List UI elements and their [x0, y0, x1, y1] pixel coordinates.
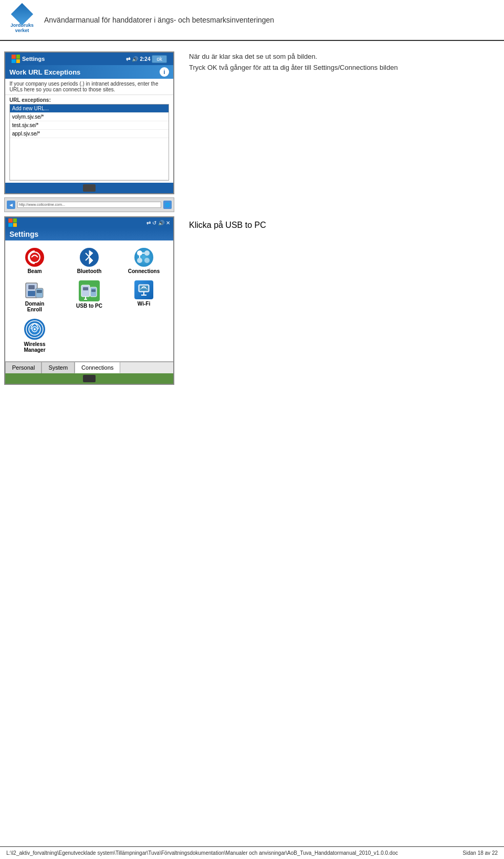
domain-icon — [25, 280, 44, 299]
info-button[interactable]: i — [160, 67, 169, 77]
transfer-icon2: ⇄ — [146, 220, 151, 226]
browser-url-bar: http://www.collconline.com... — [17, 202, 161, 208]
instruction-block-1: När du är klar ska det se ut som på bild… — [189, 51, 494, 74]
clock: 2:24 — [140, 56, 150, 62]
beam-svg — [28, 251, 41, 264]
click-instruction-text: Klicka på USB to PC — [189, 221, 494, 230]
url-list-empty — [10, 138, 169, 180]
screen2-winlogo — [8, 218, 17, 227]
page-footer: L:\l2_aktiv_forvaltning\Egenutvecklade s… — [0, 846, 504, 859]
page-header: Jordbruksverket Användarmanual för handd… — [0, 0, 504, 41]
header-title: Användarmanual för handdatorer i ängs- o… — [44, 16, 274, 24]
instruction-text-1: När du är klar ska det se ut som på bild… — [189, 51, 494, 62]
ok-button[interactable]: ok — [152, 55, 167, 63]
url-item-test[interactable]: test.sjv.se/* — [10, 121, 169, 130]
screen1-statusbar: Settings ⇄ 🔊 2:24 ok — [8, 54, 170, 64]
windows-logo: Settings — [12, 55, 45, 63]
screen2-status-icons: ⇄ ↺ 🔊 ✕ — [146, 220, 170, 226]
icons-grid: Beam Bluetooth — [5, 240, 173, 360]
domain-svg — [25, 280, 44, 299]
wireless-svg — [26, 320, 44, 338]
transfer-icon: ⇄ — [126, 56, 130, 62]
beam-icon-item[interactable]: Beam — [7, 245, 62, 277]
svg-rect-15 — [91, 289, 96, 292]
bluetooth-icon-item[interactable]: Bluetooth — [62, 245, 117, 277]
instruction-block-2: Klicka på USB to PC — [189, 221, 494, 230]
refresh-icon: ↺ — [152, 220, 156, 226]
tab-system[interactable]: System — [41, 362, 75, 373]
svg-point-0 — [29, 252, 40, 263]
url-item-appl[interactable]: appl.sjv.se/* — [10, 130, 169, 138]
tab-spacer — [120, 362, 173, 373]
svg-point-3 — [137, 258, 142, 263]
usb-icon-item[interactable]: USB to PC — [62, 277, 117, 316]
bluetooth-label: Bluetooth — [77, 268, 102, 274]
volume-icon: 🔊 — [132, 56, 138, 62]
screen1-page-title: Work URL Exceptions i — [5, 65, 173, 79]
status-icons: ⇄ 🔊 2:24 ok — [126, 55, 167, 63]
screen2-title: Settings — [5, 228, 173, 240]
browser-icon: 🌐 — [163, 201, 172, 209]
green-bottom-bar — [5, 373, 173, 384]
usb-label: USB to PC — [76, 303, 102, 309]
left-column: Settings ⇄ 🔊 2:24 ok Work URL Exceptions… — [0, 46, 178, 393]
footer-path: L:\l2_aktiv_forvaltning\Egenutvecklade s… — [6, 850, 398, 856]
svg-point-1 — [137, 250, 142, 256]
close-icon[interactable]: ✕ — [166, 220, 170, 226]
usb-svg — [80, 282, 98, 300]
url-exceptions-label: URL exceptions: — [5, 95, 173, 104]
screen1-description: If your company uses periods (.) in intr… — [5, 79, 173, 95]
screen2-device: ⇄ ↺ 🔊 ✕ Settings — [4, 216, 174, 385]
svg-rect-17 — [84, 299, 87, 300]
connections-label: Connections — [128, 268, 160, 274]
svg-point-25 — [34, 328, 36, 330]
url-item-add[interactable]: Add new URL... — [10, 104, 169, 113]
svg-rect-11 — [37, 290, 42, 293]
bluetooth-svg — [83, 249, 95, 265]
connections-svg — [135, 249, 152, 266]
browser-thumbnail: ◀ http://www.collconline.com... 🌐 — [4, 197, 174, 212]
wifi-icon — [134, 280, 153, 299]
wifi-svg — [136, 282, 151, 297]
footer-page: Sidan 18 av 22 — [463, 850, 498, 856]
screen1-device: Settings ⇄ 🔊 2:24 ok Work URL Exceptions… — [4, 51, 174, 194]
connections-icon-item[interactable]: Connections — [117, 245, 171, 277]
domain-label: DomainEnroll — [25, 301, 45, 312]
browser-back-icon: ◀ — [7, 201, 15, 209]
domain-icon-item[interactable]: DomainEnroll — [7, 277, 62, 316]
tabs-bar: Personal System Connections — [5, 361, 173, 373]
svg-point-2 — [144, 250, 150, 256]
keyboard-icon — [83, 184, 96, 192]
svg-rect-13 — [83, 287, 88, 290]
instruction-text-2: Tryck OK två gånger för att ta dig åter … — [189, 62, 494, 74]
svg-rect-8 — [28, 285, 35, 289]
connections-icon — [134, 248, 153, 267]
bluetooth-icon — [80, 248, 99, 267]
beam-label: Beam — [27, 268, 41, 274]
tab-connections[interactable]: Connections — [75, 362, 120, 373]
wireless-icon-item[interactable]: WirelessManager — [7, 316, 62, 356]
wireless-icon — [24, 319, 45, 340]
url-list: Add new URL... volym.sjv.se/* test.sjv.s… — [9, 104, 169, 181]
keyboard-bar — [5, 183, 173, 193]
tab-personal[interactable]: Personal — [5, 362, 41, 373]
wifi-icon-item[interactable]: Wi-Fi — [117, 277, 171, 316]
beam-icon — [25, 248, 44, 267]
usb-bg — [79, 280, 100, 301]
win-logo-icon — [12, 55, 20, 63]
main-content: Settings ⇄ 🔊 2:24 ok Work URL Exceptions… — [0, 41, 504, 399]
right-column: När du är klar ska det se ut som på bild… — [178, 46, 504, 393]
logo: Jordbruksverket — [6, 4, 38, 36]
svg-rect-12 — [81, 285, 90, 297]
screen2-win-logo-icon — [8, 218, 17, 227]
url-item-volym[interactable]: volym.sjv.se/* — [10, 113, 169, 121]
svg-point-4 — [144, 258, 150, 263]
wireless-label: WirelessManager — [24, 341, 45, 353]
keyboard-icon2 — [83, 375, 96, 382]
logo-diamond — [11, 3, 33, 25]
screen1-titlebar: Settings ⇄ 🔊 2:24 ok — [5, 53, 173, 65]
settings-label: Settings — [22, 56, 45, 62]
svg-rect-9 — [28, 291, 35, 296]
volume-icon2: 🔊 — [158, 220, 164, 226]
screen2-statusbar: ⇄ ↺ 🔊 ✕ — [5, 217, 173, 228]
